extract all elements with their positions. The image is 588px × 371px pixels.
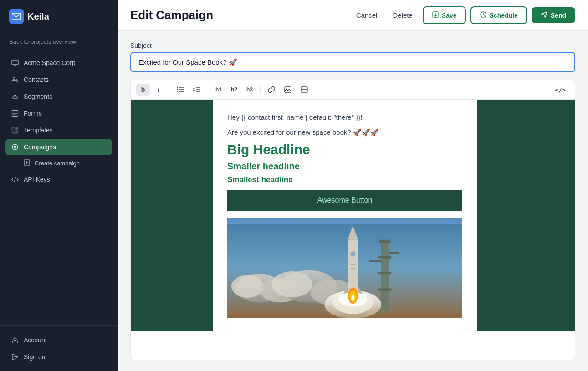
content-area: Subject b i	[118, 31, 588, 371]
svg-rect-67	[351, 268, 355, 269]
cancel-button[interactable]: Cancel	[351, 8, 383, 23]
sidebar-item-contacts[interactable]: Contacts	[5, 71, 112, 88]
email-headline-2: Smaller headline	[227, 161, 462, 172]
sidebar-item-sign-out[interactable]: Sign out	[5, 349, 112, 365]
delete-button[interactable]: Delete	[387, 8, 418, 23]
schedule-label: Schedule	[490, 12, 518, 19]
create-campaign-icon	[24, 159, 30, 167]
segments-icon	[11, 92, 19, 101]
code-view-button[interactable]: </>	[552, 84, 569, 96]
email-content-area[interactable]: Hey {{ contact.first_name | default: "th…	[213, 100, 477, 331]
h2-button[interactable]: h2	[227, 84, 241, 95]
templates-label: Templates	[24, 127, 53, 134]
logo-icon	[9, 9, 24, 24]
bold-button[interactable]: b	[136, 84, 150, 96]
sidebar-bottom: Account Sign out	[0, 325, 118, 371]
svg-rect-57	[378, 272, 391, 274]
sidebar-item-account[interactable]: Account	[5, 332, 112, 348]
project-section: Acme Space Corp Contacts Segments	[0, 52, 118, 190]
schedule-button[interactable]: Schedule	[470, 6, 527, 24]
main-content: Edit Campaign Cancel Delete Save	[118, 0, 588, 371]
editor-body: Hey {{ contact.first_name | default: "th…	[131, 100, 575, 331]
sidebar: Keila Back to projects overview Acme Spa…	[0, 0, 118, 371]
svg-rect-56	[378, 256, 391, 258]
campaigns-label: Campaigns	[24, 143, 56, 151]
contacts-label: Contacts	[24, 76, 49, 83]
svg-point-24	[14, 338, 16, 341]
save-button[interactable]: Save	[423, 6, 466, 24]
svg-rect-54	[381, 240, 389, 313]
campaigns-icon	[11, 143, 19, 151]
top-bar: Edit Campaign Cancel Delete Save	[118, 0, 588, 31]
editor-left-margin	[131, 100, 213, 331]
svg-point-28	[177, 87, 178, 88]
subject-input[interactable]	[130, 52, 575, 72]
project-name: Acme Space Corp	[24, 59, 76, 66]
sidebar-item-create-campaign[interactable]: Create campaign	[5, 156, 112, 171]
back-to-projects-link[interactable]: Back to projects overview	[0, 35, 118, 52]
svg-point-30	[177, 89, 178, 90]
svg-point-46	[231, 275, 264, 298]
image-button[interactable]	[281, 84, 295, 95]
forms-label: Forms	[24, 110, 42, 117]
create-campaign-label: Create campaign	[35, 160, 80, 167]
toolbar-separator-3	[260, 85, 261, 94]
svg-point-49	[272, 271, 312, 297]
ordered-list-button[interactable]: 1. 2. 3.	[189, 84, 204, 95]
svg-point-32	[177, 91, 178, 92]
email-headline-1: Big Headline	[227, 142, 462, 158]
contacts-icon	[11, 76, 19, 84]
sidebar-item-api-keys[interactable]: API Keys	[5, 171, 112, 188]
sidebar-item-campaigns[interactable]: Campaigns	[5, 139, 112, 155]
api-icon	[11, 175, 19, 183]
svg-rect-10	[13, 128, 15, 132]
svg-point-70	[351, 295, 354, 301]
sign-out-label: Sign out	[24, 353, 47, 361]
email-headline-3: Smallest headline	[227, 175, 462, 184]
send-label: Send	[551, 12, 566, 19]
page-title: Edit Campaign	[130, 8, 213, 22]
sidebar-item-project[interactable]: Acme Space Corp	[5, 55, 112, 71]
account-label: Account	[24, 336, 47, 344]
send-button[interactable]: Send	[532, 7, 575, 23]
monitor-icon	[11, 59, 19, 67]
h3-button[interactable]: h3	[243, 84, 256, 95]
save-label: Save	[442, 12, 457, 19]
forms-icon	[11, 109, 19, 117]
api-keys-label: API Keys	[24, 176, 50, 183]
h1-button[interactable]: h1	[212, 84, 225, 95]
unordered-list-button[interactable]	[173, 84, 188, 95]
toolbar-separator-2	[208, 85, 208, 94]
app-logo[interactable]: Keila	[0, 0, 118, 35]
svg-text:3.: 3.	[193, 90, 195, 93]
link-button[interactable]	[264, 84, 279, 95]
svg-rect-66	[351, 264, 355, 265]
email-editor: b i 1. 2	[130, 80, 575, 360]
account-icon	[11, 336, 19, 344]
templates-icon	[11, 126, 19, 134]
svg-rect-55	[379, 240, 391, 243]
editor-toolbar: b i 1. 2	[131, 80, 575, 100]
divider-button[interactable]	[297, 84, 312, 95]
svg-point-4	[13, 77, 15, 80]
italic-button[interactable]: i	[152, 84, 165, 96]
svg-rect-59	[369, 260, 381, 262]
svg-rect-58	[378, 288, 391, 290]
svg-rect-61	[348, 240, 358, 293]
svg-point-65	[350, 252, 355, 257]
sign-out-icon	[11, 353, 19, 361]
email-cta-button[interactable]: Awesome Button	[227, 190, 462, 211]
svg-line-23	[15, 177, 16, 182]
schedule-icon	[480, 11, 487, 20]
email-line-2: Are you excited for our new space book? …	[227, 127, 462, 138]
save-icon	[432, 11, 439, 20]
app-name: Keila	[27, 11, 49, 22]
email-line-1: Hey {{ contact.first_name | default: "th…	[227, 112, 462, 123]
sidebar-item-templates[interactable]: Templates	[5, 122, 112, 138]
svg-rect-0	[12, 13, 21, 20]
sidebar-item-segments[interactable]: Segments	[5, 88, 112, 105]
send-icon	[541, 11, 548, 20]
svg-point-15	[14, 146, 16, 148]
sidebar-item-forms[interactable]: Forms	[5, 105, 112, 122]
top-toolbar: Cancel Delete Save Schedu	[351, 6, 575, 24]
